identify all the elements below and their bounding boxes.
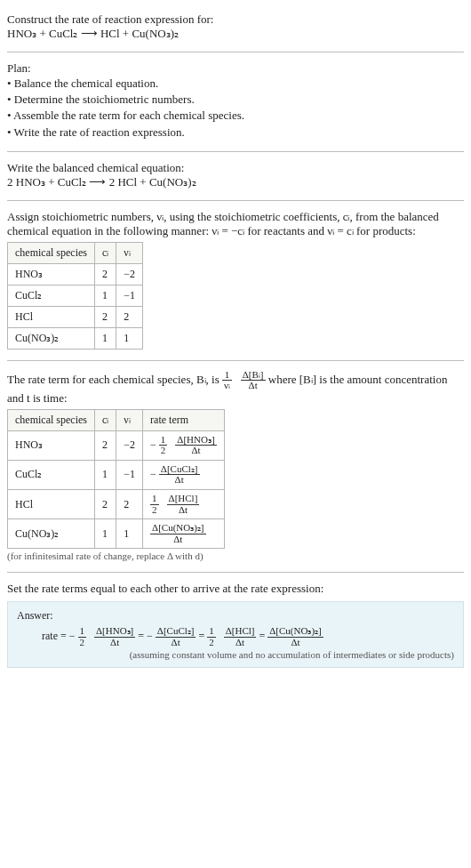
table-header-row: chemical species cᵢ νᵢ — [8, 242, 143, 263]
cell-species: HNO₃ — [8, 263, 95, 285]
delta-den: Δt — [159, 475, 200, 486]
table-row: HNO₃ 2 −2 — [8, 263, 143, 285]
rate-prefix: − — [150, 468, 156, 480]
table-row: HNO₃ 2 −2 − 1 2 Δ[HNO₃] Δt — [8, 430, 225, 460]
cell-species: CuCl₂ — [8, 460, 95, 489]
answer-label: Answer: — [17, 609, 454, 623]
coef-frac: 1 2 — [207, 626, 216, 647]
cell-rate: 1 2 Δ[HCl] Δt — [143, 490, 225, 519]
coef-den: 2 — [159, 446, 168, 456]
spacer — [235, 373, 237, 386]
term-prefix: = − — [138, 630, 153, 642]
delta-den: Δt — [224, 638, 257, 648]
cell-species: CuCl₂ — [8, 285, 95, 306]
cell-rate: Δ[Cu(NO₃)₂] Δt — [143, 519, 225, 549]
coef-num: 1 — [78, 626, 87, 638]
table-row: CuCl₂ 1 −1 − Δ[CuCl₂] Δt — [8, 460, 225, 489]
cell-rate: − Δ[CuCl₂] Δt — [143, 460, 225, 489]
cell-c: 1 — [94, 460, 116, 489]
cell-v: −2 — [116, 263, 143, 285]
cell-c: 2 — [94, 490, 116, 519]
spacer — [219, 630, 221, 642]
balanced-line: Write the balanced chemical equation: — [7, 161, 464, 175]
assumption-note: (assuming constant volume and no accumul… — [17, 649, 454, 660]
assign-text: Assign stoichiometric numbers, νᵢ, using… — [7, 210, 464, 238]
frac-dBdt: Δ[Bᵢ] Δt — [241, 370, 266, 391]
cell-v: −1 — [116, 460, 143, 489]
stoich-table: chemical species cᵢ νᵢ HNO₃ 2 −2 CuCl₂ 1… — [7, 242, 143, 350]
cell-v: 1 — [116, 519, 143, 549]
divider — [7, 572, 464, 573]
coef-den: 2 — [150, 505, 159, 516]
cell-v: 2 — [116, 490, 143, 519]
cell-species: HCl — [8, 306, 95, 327]
cell-v: 2 — [116, 306, 143, 327]
plan-bullet: • Determine the stoichiometric numbers. — [7, 92, 464, 108]
cell-v: −1 — [116, 285, 143, 306]
rate-prefix: − — [150, 438, 156, 451]
rateterm-table: chemical species cᵢ νᵢ rate term HNO₃ 2 … — [7, 409, 225, 549]
cell-v: −2 — [116, 430, 143, 460]
balanced-eqn-text: 2 HNO₃ + CuCl₂ ⟶ 2 HCl + Cu(NO₃)₂ — [7, 175, 196, 189]
plan-bullet: • Balance the chemical equation. — [7, 76, 464, 92]
coef-frac: 1 2 — [159, 435, 168, 456]
cell-species: HNO₃ — [8, 430, 95, 460]
rateterm-text: The rate term for each chemical species,… — [7, 370, 464, 406]
coef-den: 2 — [78, 638, 87, 648]
delta-num: Δ[Cu(NO₃)₂] — [150, 523, 205, 534]
col-c: cᵢ — [94, 242, 116, 263]
cell-species: Cu(NO₃)₂ — [8, 519, 95, 549]
coef-frac: 1 2 — [150, 494, 159, 515]
cell-c: 2 — [94, 430, 116, 460]
divider — [7, 200, 464, 201]
term-prefix: = — [259, 630, 267, 642]
delta-frac: Δ[HCl] Δt — [224, 626, 257, 647]
table-header-row: chemical species cᵢ νᵢ rate term — [8, 409, 225, 430]
coef-frac: 1 2 — [78, 626, 87, 647]
col-v: νᵢ — [116, 242, 143, 263]
rateterm-note: (for infinitesimal rate of change, repla… — [7, 551, 464, 561]
delta-frac: Δ[Cu(NO₃)₂] Δt — [150, 523, 205, 544]
delta-den: Δt — [156, 638, 196, 648]
delta-num: Δ[HNO₃] — [94, 626, 135, 638]
cell-c: 1 — [94, 285, 116, 306]
cell-species: HCl — [8, 490, 95, 519]
delta-frac: Δ[HNO₃] Δt — [94, 626, 135, 647]
spacer — [89, 630, 92, 642]
term-prefix: = — [198, 630, 207, 642]
delta-den: Δt — [94, 638, 135, 648]
delta-num: Δ[Cu(NO₃)₂] — [267, 626, 323, 638]
cell-rate: − 1 2 Δ[HNO₃] Δt — [143, 430, 225, 460]
assign-section: Assign stoichiometric numbers, νᵢ, using… — [7, 205, 464, 357]
intro-line: Construct the rate of reaction expressio… — [7, 12, 464, 27]
col-species: chemical species — [8, 242, 95, 263]
answer-box: Answer: rate = − 1 2 Δ[HNO₃] Δt = − Δ[Cu… — [7, 601, 464, 668]
intro-section: Construct the rate of reaction expressio… — [7, 7, 464, 48]
delta-den: Δt — [267, 638, 323, 648]
term-prefix: − — [69, 630, 76, 642]
delta-frac: Δ[HNO₃] Δt — [175, 435, 216, 456]
delta-den: Δt — [175, 446, 216, 456]
balanced-equation: 2 HNO₃ + CuCl₂ ⟶ 2 HCl + Cu(NO₃)₂ — [7, 175, 464, 189]
cell-c: 1 — [94, 327, 116, 349]
final-section: Set the rate terms equal to each other t… — [7, 576, 464, 675]
cell-c: 1 — [94, 519, 116, 549]
divider — [7, 151, 464, 152]
cell-species: Cu(NO₃)₂ — [8, 327, 95, 349]
divider — [7, 360, 464, 361]
coef-den: 2 — [207, 638, 216, 648]
table-row: Cu(NO₃)₂ 1 1 — [8, 327, 143, 349]
intro-eqn-text: HNO₃ + CuCl₂ ⟶ HCl + Cu(NO₃)₂ — [7, 27, 179, 40]
cell-c: 2 — [94, 306, 116, 327]
frac-den: νᵢ — [222, 381, 232, 391]
delta-den: Δt — [167, 505, 200, 516]
plan-bullet: • Write the rate of reaction expression. — [7, 125, 464, 141]
intro-equation: HNO₃ + CuCl₂ ⟶ HCl + Cu(NO₃)₂ — [7, 27, 464, 41]
balanced-section: Write the balanced chemical equation: 2 … — [7, 156, 464, 197]
rateterm-text1: The rate term for each chemical species,… — [7, 373, 222, 386]
delta-frac: Δ[CuCl₂] Δt — [159, 464, 200, 486]
delta-frac: Δ[Cu(NO₃)₂] Δt — [267, 626, 323, 647]
delta-frac: Δ[HCl] Δt — [167, 494, 200, 515]
frac-den: Δt — [241, 381, 266, 391]
col-c: cᵢ — [94, 409, 116, 430]
